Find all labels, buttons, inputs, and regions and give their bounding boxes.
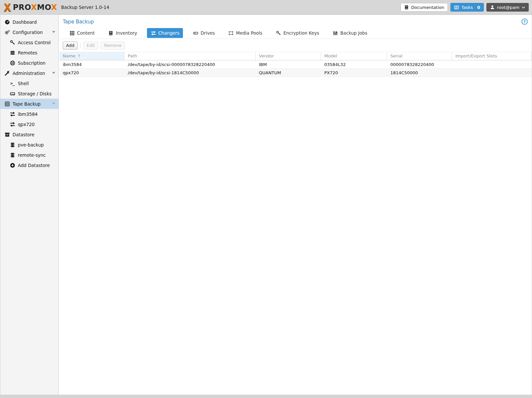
- tab-changers[interactable]: Changers: [147, 28, 183, 38]
- edit-button[interactable]: Edit: [83, 42, 98, 50]
- book-icon: [404, 5, 409, 10]
- documentation-label: Documentation: [411, 5, 444, 10]
- tab-label: Media Pools: [236, 30, 263, 36]
- sidebar-item-subscription[interactable]: Subscription: [0, 58, 58, 68]
- sidebar-item-label: Add Datastore: [18, 163, 50, 168]
- sidebar-item-label: Subscription: [18, 60, 46, 66]
- database-icon: [10, 152, 15, 158]
- grid-toolbar: Add Edit Remove: [59, 39, 532, 52]
- sidebar-item-remote-sync[interactable]: remote-sync: [0, 150, 58, 160]
- key-icon: [10, 40, 15, 45]
- column-header-name[interactable]: Name↑: [59, 52, 124, 60]
- tab-label: Drives: [200, 30, 215, 36]
- tab-content[interactable]: Content: [66, 28, 98, 38]
- sidebar-item-label: Datastore: [13, 132, 34, 137]
- table-row[interactable]: qpx720 /dev/tape/by-id/scsi-1814C50000 Q…: [59, 69, 532, 77]
- tape-drive-icon: [193, 30, 198, 36]
- archive-icon: [4, 132, 10, 137]
- tasks-button[interactable]: Tasks 0: [450, 3, 484, 12]
- cell-import-export: [452, 60, 532, 69]
- documentation-button[interactable]: Documentation: [401, 3, 448, 12]
- add-button[interactable]: Add: [63, 42, 78, 50]
- tab-label: Inventory: [116, 30, 137, 36]
- column-header-import-export-slots[interactable]: Import/Export Slots: [452, 52, 532, 60]
- list-icon: [10, 50, 15, 55]
- sidebar-item-datastore[interactable]: Datastore: [0, 129, 58, 140]
- remove-button[interactable]: Remove: [101, 42, 125, 50]
- book-icon: [108, 30, 114, 36]
- toolbar-separator: [80, 43, 81, 48]
- task-list-icon: [454, 5, 459, 10]
- product-title: Backup Server 1.0-14: [61, 5, 109, 10]
- sidebar-item-label: Administration: [13, 71, 45, 76]
- cell-import-export: [452, 69, 532, 77]
- user-menu-button[interactable]: root@pam: [486, 3, 529, 12]
- sidebar-item-pve-backup[interactable]: pve-backup: [0, 140, 58, 150]
- database-icon: [10, 142, 15, 148]
- sidebar-item-shell[interactable]: >_ Shell: [0, 78, 58, 88]
- sidebar-item-label: Shell: [18, 81, 29, 86]
- grid-icon: [69, 30, 75, 36]
- key-icon: [276, 30, 281, 36]
- sidebar-item-label: Storage / Disks: [18, 91, 52, 96]
- collapse-caret-icon[interactable]: [52, 103, 55, 105]
- sidebar-item-add-datastore[interactable]: Add Datastore: [0, 160, 58, 170]
- tab-label: Content: [77, 30, 95, 36]
- table-row[interactable]: ibm3584 /dev/tape/by-id/scsi-00000783282…: [59, 60, 532, 69]
- sidebar-item-remotes[interactable]: Remotes: [0, 48, 58, 58]
- plus-circle-icon: [10, 162, 15, 168]
- gears-icon: [4, 29, 10, 35]
- top-header: PROXMOX Backup Server 1.0-14 Documentati…: [0, 0, 532, 15]
- cell-serial: 1814C50000: [387, 69, 452, 77]
- save-icon: [333, 30, 338, 36]
- sort-asc-icon: ↑: [77, 54, 81, 58]
- exchange-icon: [10, 121, 15, 127]
- exchange-icon: [151, 30, 156, 36]
- sidebar-item-qpx720[interactable]: qpx720: [0, 119, 58, 129]
- sidebar-item-label: ibm3584: [18, 112, 38, 117]
- sidebar-item-label: Dashboard: [13, 19, 37, 25]
- proxmox-x-icon: [3, 3, 12, 12]
- table-header: Name↑ Path Vendor Model Serial Import/Ex…: [59, 52, 532, 60]
- tab-media-pools[interactable]: Media Pools: [225, 28, 266, 38]
- sidebar-item-label: Tape Backup: [13, 101, 41, 107]
- object-group-icon: [229, 30, 234, 36]
- tab-label: Encryption Keys: [283, 30, 319, 36]
- cell-path: /dev/tape/by-id/scsi-1814C50000: [124, 69, 256, 77]
- collapse-caret-icon[interactable]: [52, 72, 55, 74]
- tab-inventory[interactable]: Inventory: [105, 28, 141, 38]
- sidebar-item-tape-backup[interactable]: Tape Backup: [0, 99, 58, 109]
- help-icon[interactable]: ?: [521, 18, 528, 25]
- cell-vendor: IBM: [256, 60, 321, 69]
- tab-label: Changers: [158, 30, 179, 36]
- sidebar-nav: Dashboard Configuration Access Control R…: [0, 15, 59, 395]
- sidebar-item-label: Configuration: [13, 30, 43, 35]
- sidebar-item-administration[interactable]: Administration: [0, 68, 58, 78]
- tab-drives[interactable]: Drives: [189, 28, 218, 38]
- sidebar-item-ibm3584[interactable]: ibm3584: [0, 109, 58, 119]
- sidebar-item-configuration[interactable]: Configuration: [0, 27, 58, 37]
- tab-backup-jobs[interactable]: Backup Jobs: [329, 28, 371, 38]
- column-header-model[interactable]: Model: [321, 52, 387, 60]
- cell-vendor: QUANTUM: [256, 69, 321, 77]
- user-label: root@pam: [497, 5, 519, 10]
- sidebar-item-dashboard[interactable]: Dashboard: [0, 17, 58, 27]
- page-title: Tape Backup: [63, 19, 94, 25]
- cell-serial: 0000078328220400: [387, 60, 452, 69]
- proxmox-wordmark: PROXMOX: [13, 3, 57, 12]
- sidebar-item-storage-disks[interactable]: Storage / Disks: [0, 88, 58, 99]
- tab-bar: Content Inventory Changers Drives Media …: [59, 28, 532, 39]
- sidebar-item-label: pve-backup: [18, 142, 44, 148]
- tasks-label: Tasks: [461, 5, 473, 10]
- column-header-vendor[interactable]: Vendor: [256, 52, 321, 60]
- cell-model: 03584L32: [321, 60, 387, 69]
- hdd-icon: [10, 91, 15, 96]
- tab-encryption-keys[interactable]: Encryption Keys: [272, 28, 323, 38]
- collapse-caret-icon[interactable]: [52, 31, 55, 33]
- sidebar-item-access-control[interactable]: Access Control: [0, 37, 58, 48]
- sidebar-item-label: remote-sync: [18, 152, 46, 158]
- column-header-serial[interactable]: Serial: [387, 52, 452, 60]
- life-ring-icon: [10, 60, 15, 66]
- column-header-path[interactable]: Path: [124, 52, 256, 60]
- chevron-down-icon: [522, 6, 525, 9]
